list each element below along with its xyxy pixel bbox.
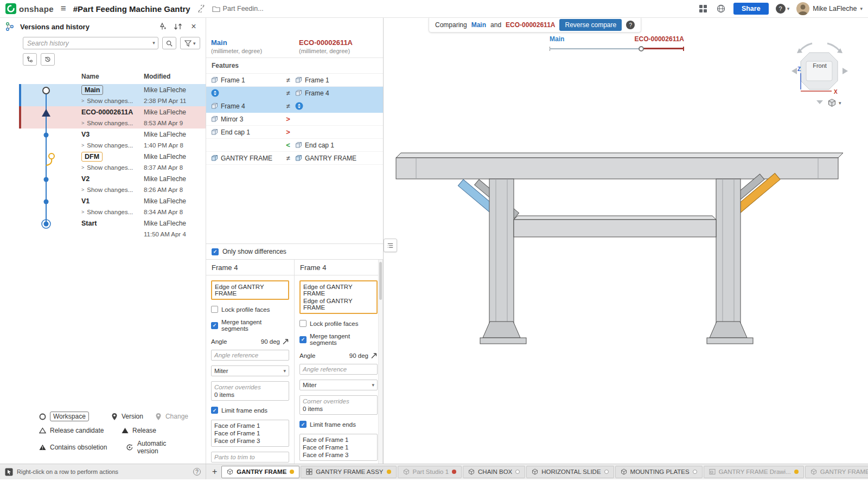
view-options-button[interactable]: ▾: [827, 98, 841, 107]
frame-ends-field[interactable]: Face of Frame 1 Face of Frame 1 Face of …: [299, 434, 378, 461]
only-differences-label: Only show differences: [222, 248, 286, 255]
corner-overrides-field[interactable]: Corner overrides 0 items: [211, 381, 289, 401]
expand-arrow-icon: >: [81, 120, 84, 126]
tab-chain-box[interactable]: CHAIN BOX: [463, 466, 525, 478]
row-author: Mike LaFleche: [144, 153, 206, 160]
slider-left-label[interactable]: Main: [550, 35, 564, 43]
user-menu[interactable]: Mike LaFleche ▾: [796, 2, 863, 15]
view-cube-front-face[interactable]: Front: [806, 62, 834, 69]
angle-value[interactable]: 90 deg: [261, 338, 280, 345]
compare-header: Main (millimeter, degree) ECO-00002611A …: [206, 18, 383, 58]
feature-compare-row[interactable]: Mirror 3 >: [206, 113, 383, 126]
compare-right-name[interactable]: ECO-00002611A: [299, 38, 382, 47]
avatar: [796, 2, 809, 15]
show-changes-link[interactable]: >Show changes...: [81, 120, 144, 126]
tab-part-studio-1[interactable]: Part Studio 1: [398, 466, 462, 478]
parts-to-trim-field[interactable]: Parts to trim to: [211, 452, 289, 463]
part-studio-icon: [621, 468, 627, 475]
angle-reference-field[interactable]: Angle reference: [211, 350, 289, 361]
add-tab-button[interactable]: +: [209, 466, 220, 477]
limit-frame-ends-checkbox[interactable]: [211, 407, 218, 414]
profile-selection-field[interactable]: Edge of GANTRY FRAME: [211, 280, 289, 300]
slider-handle[interactable]: [639, 46, 644, 52]
lock-profile-checkbox[interactable]: [211, 306, 218, 313]
feature-compare-row[interactable]: Frame 4 ≠: [206, 100, 383, 113]
apps-grid-icon[interactable]: [698, 3, 709, 14]
chevron-down-icon[interactable]: ▾: [152, 40, 155, 46]
lock-profile-checkbox[interactable]: [299, 320, 307, 327]
compare-versions-icon[interactable]: [173, 21, 183, 32]
comparing-right-link[interactable]: ECO-00002611A: [506, 21, 555, 29]
help-icon[interactable]: ?: [626, 21, 635, 29]
feature-compare-row[interactable]: < End cap 1: [206, 139, 383, 152]
share-button[interactable]: Share: [733, 3, 769, 15]
show-changes-link[interactable]: >Show changes...: [81, 187, 144, 193]
version-row-eco[interactable]: ECO-00002611A Mike LaFleche >Show change…: [19, 106, 206, 129]
show-changes-link[interactable]: >Show changes...: [81, 98, 144, 104]
angle-value[interactable]: 90 deg: [349, 352, 368, 359]
slider-track[interactable]: [550, 46, 684, 52]
viewport-3d[interactable]: Comparing Main and ECO-00002611A Reverse…: [384, 18, 868, 464]
tab-mounting-plates[interactable]: MOUNTING PLATES: [615, 466, 703, 478]
profile-selection-field[interactable]: Edge of GANTRY FRAME Edge of GANTRY FRAM…: [299, 280, 378, 314]
version-row-v3[interactable]: V3 Mike LaFleche >Show changes... 1:40 P…: [19, 129, 206, 151]
filter-button[interactable]: ▾: [180, 37, 200, 49]
only-differences-checkbox[interactable]: [212, 248, 219, 255]
tab-gantry-frame[interactable]: GANTRY FRAME: [221, 466, 299, 478]
history-clock-button[interactable]: [41, 53, 55, 66]
create-version-icon[interactable]: [157, 21, 168, 32]
flip-direction-icon[interactable]: [282, 338, 289, 345]
version-row-v1[interactable]: V1 Mike LaFleche >Show changes... 8:34 A…: [19, 195, 206, 217]
frame-ends-field[interactable]: Face of Frame 1 Face of Frame 1 Face of …: [211, 420, 289, 447]
globe-icon[interactable]: [716, 3, 726, 14]
toggle-graph-view-button[interactable]: [23, 53, 37, 66]
version-row-main[interactable]: Main Mike LaFleche >Show changes... 2:38…: [19, 84, 206, 106]
filter-icon: [184, 40, 192, 47]
breadcrumb-folder[interactable]: Part Feedin...: [212, 5, 264, 12]
menu-icon[interactable]: ≡: [59, 3, 68, 14]
feature-compare-row[interactable]: End cap 1 >: [206, 126, 383, 139]
open-feature-list-button[interactable]: [384, 239, 397, 252]
onshape-logo[interactable]: onshape: [5, 3, 54, 14]
change-pin-icon: [155, 413, 162, 421]
compare-left-name[interactable]: Main: [211, 38, 294, 47]
search-input[interactable]: [23, 37, 158, 49]
angle-reference-field[interactable]: Angle reference: [299, 364, 378, 375]
limit-frame-ends-checkbox[interactable]: [299, 421, 307, 428]
view-cube-graphic: Z X: [784, 37, 856, 109]
history-legend: Workspace Version Change Release candida…: [0, 412, 206, 464]
close-icon[interactable]: ×: [188, 21, 199, 32]
tab-gantry-frame-drawing[interactable]: GANTRY FRAME Drawi...: [704, 466, 804, 478]
search-button[interactable]: [162, 37, 176, 49]
version-row-start[interactable]: Start Mike LaFleche 11:50 AM Apr 4: [19, 217, 206, 240]
help-menu[interactable]: ? ▾: [776, 4, 790, 14]
compare-left-units: (millimeter, degree): [211, 48, 294, 54]
feature-icon: [295, 89, 302, 97]
show-changes-link[interactable]: >Show changes...: [81, 209, 144, 215]
help-icon[interactable]: ?: [193, 468, 201, 476]
tab-gantry-frame-2[interactable]: GANTRY FRAME: [805, 466, 868, 478]
feature-compare-row[interactable]: Frame 1 ≠ Frame 1: [206, 74, 383, 87]
comparing-left-link[interactable]: Main: [471, 21, 486, 29]
corner-overrides-field[interactable]: Corner overrides 0 items: [299, 395, 378, 415]
row-author: Mike LaFleche: [144, 220, 206, 227]
view-cube[interactable]: Z X Front: [784, 37, 856, 109]
corner-type-select[interactable]: Miter ▾: [211, 365, 289, 376]
merge-tangent-checkbox[interactable]: [299, 336, 307, 343]
version-row-v2[interactable]: V2 Mike LaFleche >Show changes... 8:26 A…: [19, 173, 206, 195]
flip-direction-icon[interactable]: [371, 352, 378, 359]
compare-operator: ≠: [281, 89, 295, 97]
legend-change: Change: [155, 413, 188, 421]
tab-horizontal-slide[interactable]: HORIZONTAL SLIDE: [526, 466, 614, 478]
show-changes-link[interactable]: >Show changes...: [81, 164, 144, 171]
show-changes-link[interactable]: >Show changes...: [81, 142, 144, 149]
corner-type-select[interactable]: Miter ▾: [299, 380, 378, 390]
copy-link-icon[interactable]: [196, 3, 207, 14]
feature-compare-row[interactable]: GANTRY FRAME ≠ GANTRY FRAME: [206, 152, 383, 165]
feature-compare-row[interactable]: ≠ Frame 4: [206, 87, 383, 100]
merge-tangent-checkbox[interactable]: [211, 322, 218, 329]
reverse-compare-button[interactable]: Reverse compare: [559, 19, 622, 31]
tab-gantry-frame-assy[interactable]: GANTRY FRAME ASSY: [301, 466, 396, 478]
version-row-dfm[interactable]: DFM Mike LaFleche >Show changes... 8:37 …: [19, 151, 206, 173]
slider-right-label[interactable]: ECO-00002611A: [635, 35, 684, 43]
